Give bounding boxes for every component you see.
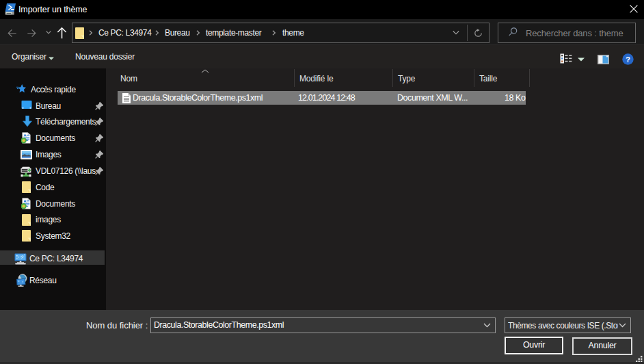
svg-text:?: ? <box>626 55 630 64</box>
